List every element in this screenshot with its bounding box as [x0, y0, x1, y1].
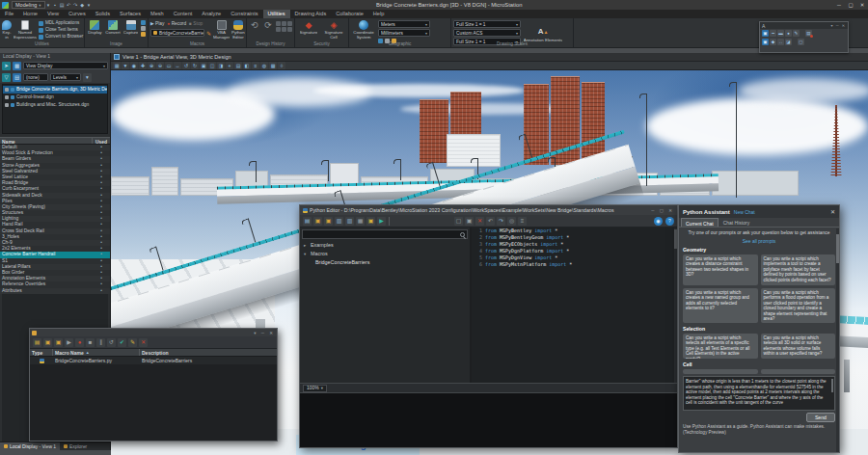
workflow-selector[interactable]: Modeling ▾: [12, 1, 45, 9]
levels-icon[interactable]: ▤: [13, 73, 21, 82]
macros-tool-icon[interactable]: ↺: [107, 338, 116, 347]
levels-select[interactable]: Levels▾: [50, 73, 81, 81]
quick-access-icon[interactable]: ▪: [52, 2, 59, 8]
toolbox-tool-icon[interactable]: ▤: [805, 30, 812, 37]
toolbox-tool-icon[interactable]: ━: [770, 30, 776, 37]
zoom-level-select[interactable]: 100%▾: [303, 385, 327, 392]
macros-dialog-titlebar[interactable]: ▾ ─ ✕: [30, 329, 277, 336]
image-tool-icon[interactable]: [141, 32, 146, 37]
view-tool-icon[interactable]: ⊖: [156, 62, 164, 69]
ribbon-tab[interactable]: File: [0, 10, 18, 18]
editor-tool-icon[interactable]: ✕: [475, 217, 484, 226]
view-tool-icon[interactable]: ≡: [252, 62, 259, 69]
macros-tool-icon[interactable]: ✔: [118, 338, 126, 347]
macros-window-controls[interactable]: ▾ ─ ✕: [254, 331, 275, 335]
geographic-unit-select-2[interactable]: Millimeters▾: [378, 29, 430, 37]
macros-tool-icon[interactable]: ●: [75, 338, 84, 347]
prompt-card[interactable]: [761, 369, 836, 374]
view-tool-icon[interactable]: ↔: [174, 62, 181, 69]
editor-tool-icon[interactable]: ≡: [518, 217, 527, 226]
history-tool-icon[interactable]: [287, 27, 292, 32]
image-tool-icon[interactable]: [141, 26, 146, 31]
utilities-menu-item[interactable]: Close Text Items: [39, 27, 83, 33]
view-tool-icon[interactable]: ◉: [130, 62, 138, 69]
dock-tab[interactable]: Explorer: [60, 442, 91, 450]
view-tool-icon[interactable]: ⌖: [226, 62, 233, 69]
ribbon-tab[interactable]: Utilities: [263, 10, 290, 18]
toolbox-tool-icon[interactable]: ▢: [798, 39, 804, 45]
python-editor-titlebar[interactable]: Python Editor - D:\ProgramData\Bentley\M…: [300, 205, 677, 215]
editor-output-console[interactable]: [300, 392, 677, 447]
view-tool-icon[interactable]: ↻: [191, 62, 199, 69]
editor-tool-icon[interactable]: ▦: [356, 217, 365, 226]
toolbox-tool-icon[interactable]: ▣: [762, 30, 769, 37]
help-icon[interactable]: ?: [665, 217, 674, 226]
acs-select[interactable]: Custom ACS▾: [453, 29, 521, 37]
view-tool-icon[interactable]: ◧: [243, 62, 251, 69]
view-tool-icon[interactable]: ◊: [278, 62, 285, 69]
description-column-header[interactable]: Description: [140, 349, 277, 356]
ribbon-tab[interactable]: Curves: [64, 10, 91, 18]
name-column-header[interactable]: Name: [0, 138, 93, 144]
view-tool-icon[interactable]: ↺: [182, 62, 190, 69]
assistant-input[interactable]: Barrier" whose origin is less than 1 met…: [683, 376, 835, 411]
editor-tool-icon[interactable]: ▣: [313, 217, 322, 226]
view-tool-icon[interactable]: ▦: [113, 62, 121, 69]
reference-tree-item[interactable]: Control-linear.dgn: [3, 94, 107, 101]
view-tool-icon[interactable]: ◍: [260, 62, 268, 69]
image-capture-button[interactable]: Capture: [122, 19, 139, 36]
editor-tool-icon[interactable]: ▶: [377, 217, 386, 226]
ribbon-tab[interactable]: Home: [18, 10, 42, 18]
history-tool-icon[interactable]: [276, 21, 281, 26]
ribbon-tab[interactable]: Mesh: [146, 10, 169, 18]
reference-tree-item[interactable]: Bridge Concrete Barriers.dgn, 3D Metric …: [3, 86, 107, 94]
quick-access-icon[interactable]: ▾: [45, 2, 52, 8]
editor-tool-icon[interactable]: ▤: [303, 217, 312, 226]
close-icon[interactable]: ✕: [856, 0, 868, 10]
see-all-prompts-link[interactable]: See all prompts: [683, 238, 835, 244]
coordinate-system-button[interactable]: Coordinate System: [351, 19, 376, 40]
send-view-icon[interactable]: ➤: [2, 62, 11, 70]
play-button[interactable]: ▶ Play: [150, 21, 164, 26]
toolbox-tool-icon[interactable]: ▣: [762, 39, 769, 45]
ribbon-tab[interactable]: View: [42, 10, 64, 18]
editor-tool-icon[interactable]: ▥: [345, 217, 354, 226]
tree-node-examples[interactable]: ▸Examples: [300, 241, 470, 250]
code-editor[interactable]: 1fromMSPyBentleyimport* 2fromMSPyBentley…: [472, 228, 677, 383]
drawing-scale-select[interactable]: Full Size 1 = 1▾: [453, 20, 521, 28]
geographic-unit-select-1[interactable]: Meters▾: [378, 20, 430, 28]
toolbox-tool-icon[interactable]: ●: [785, 30, 792, 37]
keyin-button[interactable]: Key-in: [2, 19, 12, 40]
floating-toolbox-titlebar[interactable]: A▾ ─ ✕: [760, 22, 848, 29]
ribbon-tab[interactable]: Content: [169, 10, 198, 18]
macros-tool-icon[interactable]: ■: [86, 338, 95, 347]
editor-tool-icon[interactable]: ↶: [486, 217, 495, 226]
new-chat-link[interactable]: New Chat: [734, 209, 755, 215]
history-tool-icon[interactable]: [282, 21, 286, 26]
ribbon-tab[interactable]: Collaborate: [331, 10, 368, 18]
macro-name-column-header[interactable]: Macro Name▲: [53, 349, 140, 356]
dock-tab[interactable]: Local Display - View 1: [0, 442, 60, 450]
ribbon-tab[interactable]: Constraints: [226, 10, 262, 18]
prompt-card[interactable]: Can you write a script which creates a d…: [683, 254, 758, 285]
editor-tool-icon[interactable]: ▥: [335, 217, 343, 226]
editor-tool-icon[interactable]: ▣: [366, 217, 375, 226]
edit-macro-icon[interactable]: ✎: [206, 30, 211, 37]
assistant-tab[interactable]: Current Chat: [681, 218, 719, 227]
editor-search-input[interactable]: [302, 229, 468, 239]
design-history-commit-button[interactable]: ⟲: [249, 19, 260, 30]
view-tool-icon[interactable]: ▣: [200, 62, 207, 69]
view-tool-icon[interactable]: ▭: [165, 62, 173, 69]
quick-access-icon[interactable]: ↶: [66, 2, 72, 8]
history-tool-icon[interactable]: [282, 27, 286, 32]
quick-access-icon[interactable]: ▾: [86, 2, 93, 8]
python-assistant-launcher-icon[interactable]: ◉: [654, 217, 663, 226]
quick-access-icon[interactable]: ▤: [59, 2, 66, 8]
ribbon-tab[interactable]: Analyze: [197, 10, 226, 18]
prompt-card[interactable]: Can you write a script which implements …: [761, 254, 836, 285]
ribbon-tab[interactable]: Surfaces: [115, 10, 146, 18]
toolbox-window-controls[interactable]: ▾ ─ ✕: [831, 23, 846, 28]
signature-cell-button[interactable]: ◈ Signature Cell: [322, 19, 345, 40]
editor-tool-icon[interactable]: ↷: [497, 217, 505, 226]
macros-tool-icon[interactable]: ∥: [96, 338, 105, 347]
